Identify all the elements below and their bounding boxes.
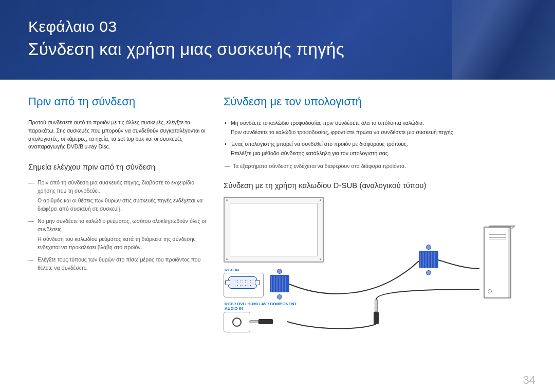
intro-paragraph: Προτού συνδέσετε αυτό το προϊόν με τις ά… xyxy=(28,119,208,151)
list-item: Ελέγξτε τους τύπους των θυρών στο πίσω μ… xyxy=(28,255,208,272)
vga-cable-icon xyxy=(224,197,511,341)
page-number: 34 xyxy=(523,374,535,387)
left-column: Πριν από τη σύνδεση Προτού συνδέσετε αυτ… xyxy=(28,95,208,341)
note-main: Πριν από τη σύνδεση μια συσκευής πηγής, … xyxy=(38,179,194,194)
bullet-main: Ένας υπολογιστής μπορεί να συνδεθεί στο … xyxy=(231,141,408,147)
dsub-heading: Σύνδεση με τη χρήση καλωδίου D-SUB (αναλ… xyxy=(224,181,527,190)
list-item: Πριν από τη σύνδεση μια συσκευής πηγής, … xyxy=(28,178,208,213)
bullet-main: Μη συνδέετε το καλώδιο τροφοδοσίας πριν … xyxy=(231,120,424,126)
before-connection-heading: Πριν από τη σύνδεση xyxy=(28,95,208,108)
chapter-header: Κεφάλαιο 03 Σύνδεση και χρήση μιας συσκε… xyxy=(0,0,555,80)
pc-connection-heading: Σύνδεση με τον υπολογιστή xyxy=(224,95,527,108)
chapter-title: Σύνδεση και χρήση μιας συσκευής πηγής xyxy=(28,40,527,59)
note-main: Να μην συνδέετε το καλώδιο ρεύματος, ωσό… xyxy=(38,218,206,232)
accessories-note: Τα εξαρτήματα σύνδεσης ενδέχεται να διαφ… xyxy=(224,162,527,171)
right-column: Σύνδεση με τον υπολογιστή Μη συνδέετε το… xyxy=(224,95,527,341)
checkpoints-list: Πριν από τη σύνδεση μια συσκευής πηγής, … xyxy=(28,178,208,272)
bullet-sub: Πριν συνδέσετε το καλώδιο τροφοδοσίας, φ… xyxy=(231,128,527,136)
note-sub: Η σύνδεση του καλωδίου ρεύματος κατά τη … xyxy=(38,235,208,252)
bullet-sub: Επιλέξτε μια μέθοδο σύνδεσης κατάλληλη γ… xyxy=(231,149,527,157)
checkpoints-heading: Σημεία ελέγχου πριν από τη σύνδεση xyxy=(28,162,208,171)
content-area: Πριν από τη σύνδεση Προτού συνδέσετε αυτ… xyxy=(0,80,555,341)
connection-diagram: RGB IN RGB / DVI / HDMI / AV / COMPONENT… xyxy=(224,197,527,341)
list-item: Μη συνδέετε το καλώδιο τροφοδοσίας πριν … xyxy=(224,119,527,137)
list-item: Ένας υπολογιστής μπορεί να συνδεθεί στο … xyxy=(224,140,527,158)
note-main: Ελέγξτε τους τύπους των θυρών στο πίσω μ… xyxy=(38,256,200,271)
list-item: Να μην συνδέετε το καλώδιο ρεύματος, ωσό… xyxy=(28,217,208,251)
pc-bullet-list: Μη συνδέετε το καλώδιο τροφοδοσίας πριν … xyxy=(224,119,527,157)
note-sub: Ο αριθμός και οι θέσεις των θυρών στις σ… xyxy=(38,196,208,213)
chapter-label: Κεφάλαιο 03 xyxy=(28,18,527,35)
